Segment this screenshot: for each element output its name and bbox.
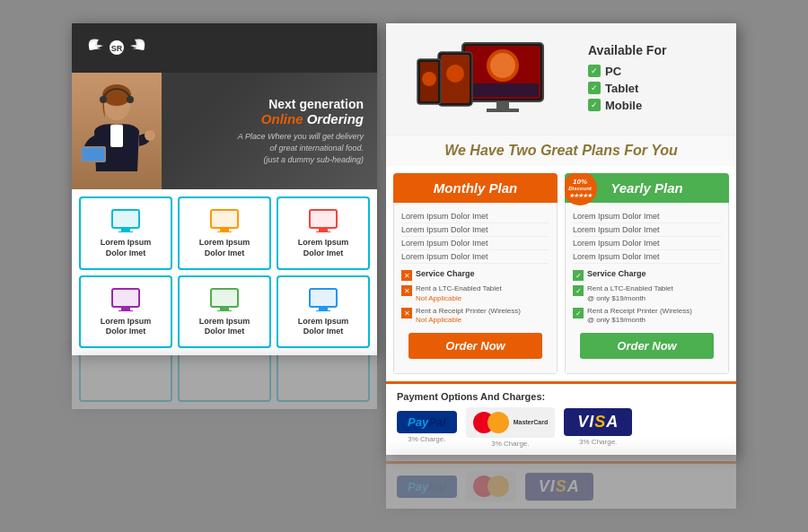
mc-orange-circle xyxy=(487,412,509,433)
svg-rect-32 xyxy=(319,308,328,310)
yearly-service-2: ✓ Rent a Receipt Printer (Wireless)@ onl… xyxy=(573,307,721,326)
feature-card-5: Lorem IpsumDolor Imet xyxy=(178,275,271,348)
mastercard-logo: MasterCard xyxy=(466,407,556,438)
yearly-plan-title: Yearly Plan xyxy=(610,180,682,196)
yearly-service-section: ✓ Service Charge ✓ Rent a LTC-Enabled Ta… xyxy=(573,269,721,326)
hero-text: Next generation Online Ordering A Place … xyxy=(162,88,377,174)
payment-section: Payment Options And Charges: PayPal 3% C… xyxy=(386,381,736,455)
yearly-service-charge-icon: ✓ xyxy=(573,270,584,281)
svg-rect-19 xyxy=(311,211,336,227)
yearly-order-btn[interactable]: Order Now xyxy=(580,333,714,359)
feature-label-6: Lorem IpsumDolor Imet xyxy=(298,317,349,337)
payment-title: Payment Options And Charges: xyxy=(397,391,725,402)
devices-area xyxy=(400,34,579,124)
available-pc: PC xyxy=(605,65,621,78)
available-item-mobile: ✓ Mobile xyxy=(588,99,723,112)
svg-rect-25 xyxy=(119,310,133,311)
paypal-logo: PayPal xyxy=(397,411,457,433)
monthly-service-1: ✕ Rent a LTC-Enabled TabletNot Applicabl… xyxy=(401,284,549,303)
yearly-service-2-text: Rent a Receipt Printer (Wireless)@ only … xyxy=(587,307,692,326)
feature-icon-2 xyxy=(208,207,241,232)
visa-payment: VISA 3% Charge. xyxy=(564,408,632,446)
feature-icon-4 xyxy=(110,286,142,311)
monthly-service-section: ✕ Service Charge ✕ Rent a LTC-Enabled Ta… xyxy=(401,269,549,326)
available-mobile: Mobile xyxy=(605,99,642,112)
yearly-feature-1: Lorem Ipsum Dolor Imet xyxy=(573,210,721,223)
feature-icon-6 xyxy=(307,286,339,311)
yearly-service-charge-label: Service Charge xyxy=(587,269,646,278)
hero-line2: Online Ordering xyxy=(175,111,364,126)
svg-rect-31 xyxy=(311,290,336,306)
service-charge-icon-x: ✕ xyxy=(401,270,412,281)
svg-rect-33 xyxy=(316,310,330,311)
available-item-pc: ✓ PC xyxy=(588,65,723,78)
feature-label-3: Lorem IpsumDolor Imet xyxy=(298,238,349,258)
svg-point-3 xyxy=(102,84,131,106)
svg-rect-23 xyxy=(113,290,138,306)
page-wrapper: SR xyxy=(54,5,754,527)
monthly-order-btn[interactable]: Order Now xyxy=(408,333,542,359)
discount-badge: 10% Discount ★★★★★ xyxy=(565,173,597,205)
monthly-feature-1: Lorem Ipsum Dolor Imet xyxy=(401,210,549,223)
hero-woman xyxy=(72,73,162,189)
service-2-icon: ✕ xyxy=(401,308,412,318)
monthly-service-2-text: Rent a Receipt Printer (Wireless)Not App… xyxy=(416,307,521,326)
svg-rect-24 xyxy=(121,308,130,310)
visa-logo: VISA xyxy=(564,408,632,436)
feature-icon-3 xyxy=(307,207,339,232)
svg-text:SR: SR xyxy=(111,44,123,53)
yearly-service-1-text: Rent a LTC-Enabled Tablet@ only $19/mont… xyxy=(587,284,673,303)
hero-subtitle: A Place Where you will get deliveryof gr… xyxy=(175,131,364,165)
feature-label-2: Lorem IpsumDolor Imet xyxy=(199,238,250,258)
yearly-plan-card: 10% Discount ★★★★★ Yearly Plan Lorem Ips… xyxy=(565,173,729,374)
svg-rect-15 xyxy=(212,211,237,227)
yearly-service-1: ✓ Rent a LTC-Enabled Tablet@ only $19/mo… xyxy=(573,284,721,303)
monthly-feature-3: Lorem Ipsum Dolor Imet xyxy=(401,237,549,250)
monthly-plan-card: Monthly Plan Lorem Ipsum Dolor Imet Lore… xyxy=(393,173,558,374)
paypal-charge: 3% Charge. xyxy=(408,435,445,443)
available-title: Available For xyxy=(588,43,723,57)
mastercard-charge: 3% Charge. xyxy=(491,440,529,448)
right-flyer-wrapper: Available For ✓ PC ✓ Tablet ✓ Mobile We xyxy=(386,23,736,509)
right-flyer: Available For ✓ PC ✓ Tablet ✓ Mobile We xyxy=(386,23,736,455)
available-item-tablet: ✓ Tablet xyxy=(588,82,723,95)
yearly-feature-4: Lorem Ipsum Dolor Imet xyxy=(573,250,721,264)
great-plans-heading: We Have Two Great Plans For You xyxy=(386,135,736,166)
feature-label-5: Lorem IpsumDolor Imet xyxy=(199,317,250,337)
monthly-service-charge-label: Service Charge xyxy=(416,269,475,278)
svg-rect-39 xyxy=(496,101,509,109)
svg-rect-28 xyxy=(220,308,229,310)
hero-line1: Next generation xyxy=(175,97,364,111)
svg-rect-16 xyxy=(220,229,229,231)
yearly-feature-2: Lorem Ipsum Dolor Imet xyxy=(573,223,721,237)
monthly-plan-header: Monthly Plan xyxy=(393,173,558,203)
payment-logos: PayPal 3% Charge. MasterCard 3% Charge. xyxy=(397,407,725,448)
plans-section: Monthly Plan Lorem Ipsum Dolor Imet Lore… xyxy=(386,166,736,381)
svg-rect-6 xyxy=(83,148,104,161)
yearly-service-2-icon: ✓ xyxy=(573,308,584,318)
right-top-section: Available For ✓ PC ✓ Tablet ✓ Mobile xyxy=(386,23,736,135)
svg-rect-17 xyxy=(217,231,232,232)
svg-point-43 xyxy=(446,65,464,83)
feature-icon-5 xyxy=(208,286,241,311)
mobile-checkbox: ✓ xyxy=(588,99,601,111)
svg-rect-40 xyxy=(487,109,519,112)
monthly-plan-body: Lorem Ipsum Dolor Imet Lorem Ipsum Dolor… xyxy=(393,203,558,374)
feature-card-2: Lorem IpsumDolor Imet xyxy=(178,196,271,269)
svg-rect-29 xyxy=(217,310,232,311)
monthly-service-2: ✕ Rent a Receipt Printer (Wireless)Not A… xyxy=(401,307,549,326)
yearly-service-charge-row: ✓ Service Charge xyxy=(573,269,721,281)
svg-rect-11 xyxy=(113,211,138,227)
hero-section: Next generation Online Ordering A Place … xyxy=(72,73,377,189)
svg-rect-21 xyxy=(316,231,330,232)
svg-rect-13 xyxy=(119,231,133,232)
monthly-feature-4: Lorem Ipsum Dolor Imet xyxy=(401,250,549,264)
feature-card-4: Lorem IpsumDolor Imet xyxy=(79,275,172,348)
svg-rect-4 xyxy=(110,125,123,147)
feature-card-6: Lorem IpsumDolor Imet xyxy=(277,275,370,348)
yearly-plan-header: 10% Discount ★★★★★ Yearly Plan xyxy=(565,173,729,203)
hero-ordering: Ordering xyxy=(307,111,364,126)
hero-online: Online xyxy=(261,111,303,126)
pc-checkbox: ✓ xyxy=(588,65,601,77)
monthly-feature-2: Lorem Ipsum Dolor Imet xyxy=(401,223,549,237)
